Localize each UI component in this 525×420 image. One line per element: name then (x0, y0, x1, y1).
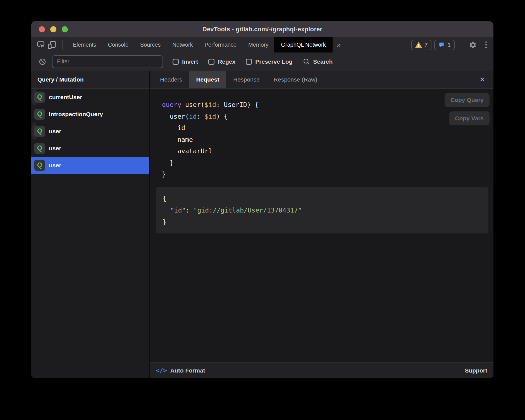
detail-panel: HeadersRequestResponseResponse (Raw) ✕ q… (150, 71, 493, 378)
sidebar-header: Query / Mutation (31, 71, 149, 89)
query-list-item-label: IntrospectionQuery (49, 111, 103, 118)
code-line: avatarUrl (162, 145, 493, 157)
checkbox-preserve-log[interactable]: Preserve Log (246, 58, 292, 65)
query-list-item-label: currentUser (49, 94, 82, 101)
code-line: id (162, 122, 493, 134)
detail-tab-request[interactable]: Request (189, 71, 226, 88)
more-options-kebab-icon[interactable] (484, 40, 488, 49)
warning-count: 7 (424, 42, 428, 48)
query-list-item[interactable]: Quser (31, 123, 37, 140)
checkbox-box-regex[interactable] (208, 59, 214, 65)
code-line: } (162, 169, 493, 180)
inspect-element-icon[interactable] (35, 39, 46, 51)
query-list: QcurrentUserQIntrospectionQueryQuserQuse… (31, 89, 149, 378)
detail-tab-response[interactable]: Response (226, 71, 267, 88)
code-line: query user($id: UserID) { (162, 99, 493, 111)
query-type-badge: Q (34, 160, 45, 171)
query-type-badge: Q (34, 126, 45, 137)
tab-memory[interactable]: Memory (242, 37, 274, 52)
code-line: user(id: $id) { (162, 111, 493, 123)
devtools-tab-bar: ElementsConsoleSourcesNetworkPerformance… (31, 37, 493, 52)
auto-format-icon: </> (156, 367, 167, 374)
tab-console[interactable]: Console (102, 37, 134, 52)
title-bar: DevTools - gitlab.com/-/graphql-explorer (31, 21, 493, 37)
tab-graphql-network[interactable]: GraphQL Network (274, 37, 332, 52)
block-filter-icon[interactable] (38, 57, 47, 66)
query-type-badge: Q (34, 143, 45, 154)
checkbox-label-invert: Invert (182, 58, 198, 65)
query-sidebar: Query / Mutation QcurrentUserQIntrospect… (31, 71, 149, 378)
device-toolbar-icon[interactable] (46, 39, 58, 51)
message-bubble-icon (438, 42, 445, 48)
query-list-item-label: user (49, 162, 61, 169)
checkbox-box-invert[interactable] (173, 59, 179, 65)
code-line: } (162, 157, 493, 169)
toolbar-divider (62, 40, 63, 50)
window-title: DevTools - gitlab.com/-/graphql-explorer (202, 26, 322, 33)
toolbar-divider (460, 40, 460, 50)
close-window-button[interactable] (39, 26, 45, 32)
checkbox-label-preserve-log: Preserve Log (255, 58, 292, 65)
search-icon (303, 58, 310, 65)
query-list-item[interactable]: Quser (31, 157, 149, 174)
query-type-badge: Q (34, 92, 45, 103)
tab-elements[interactable]: Elements (67, 37, 102, 52)
tab-sources[interactable]: Sources (134, 37, 166, 52)
detail-tab-headers[interactable]: Headers (153, 71, 189, 88)
tab-network[interactable]: Network (166, 37, 199, 52)
search-label: Search (313, 58, 333, 65)
copy-query-button[interactable]: Copy Query (445, 93, 490, 107)
footer-bar: </> Auto Format Support (150, 362, 493, 378)
code-line: } (163, 216, 482, 228)
sidebar-header-label: Query / Mutation (37, 76, 84, 83)
filter-checkboxes: InvertRegexPreserve Log (173, 58, 292, 65)
tab-performance[interactable]: Performance (199, 37, 243, 52)
issues-badge[interactable]: 1 (434, 40, 455, 50)
checkbox-box-preserve-log[interactable] (246, 59, 252, 65)
close-icon[interactable]: ✕ (478, 75, 487, 85)
copy-buttons: Copy Query Copy Vars (445, 93, 490, 125)
query-list-item-label: user (49, 145, 61, 152)
graphql-query-code: query user($id: UserID) { user(id: $id) … (150, 89, 493, 180)
checkbox-label-regex: Regex (218, 58, 235, 65)
filter-bar: InvertRegexPreserve Log Search (31, 52, 493, 71)
auto-format-button[interactable]: Auto Format (170, 367, 205, 374)
traffic-lights (39, 21, 68, 37)
issue-count: 1 (447, 42, 451, 48)
devtools-window: DevTools - gitlab.com/-/graphql-explorer… (31, 21, 493, 378)
checkbox-invert[interactable]: Invert (173, 58, 198, 65)
settings-gear-icon[interactable] (469, 41, 477, 49)
detail-tab-response-raw[interactable]: Response (Raw) (267, 71, 324, 88)
warning-triangle-icon (415, 42, 422, 48)
minimize-window-button[interactable] (50, 26, 56, 32)
query-variables-box: { "id": "gid://gitlab/User/13704317"} (156, 187, 488, 233)
filter-input[interactable] (52, 55, 163, 68)
support-link[interactable]: Support (465, 367, 487, 374)
query-list-item[interactable]: QcurrentUser (31, 89, 37, 106)
code-line: { (163, 193, 482, 204)
code-line: "id": "gid://gitlab/User/13704317" (163, 204, 482, 216)
request-content: query user($id: UserID) { user(id: $id) … (150, 89, 493, 362)
query-list-item[interactable]: QIntrospectionQuery (31, 106, 149, 123)
main-split: Query / Mutation QcurrentUserQIntrospect… (31, 71, 493, 378)
search-toggle[interactable]: Search (303, 58, 333, 65)
query-type-badge: Q (34, 109, 45, 120)
code-line: name (162, 134, 493, 146)
query-list-item-label: user (49, 128, 61, 135)
zoom-window-button[interactable] (62, 26, 68, 32)
detail-tab-strip: HeadersRequestResponseResponse (Raw) ✕ (150, 71, 493, 89)
copy-vars-button[interactable]: Copy Vars (449, 111, 490, 125)
panel-tabs: ElementsConsoleSourcesNetworkPerformance… (67, 37, 274, 52)
warnings-badge[interactable]: 7 (411, 40, 432, 50)
query-list-item[interactable]: Quser (31, 140, 149, 157)
more-tabs-icon[interactable]: » (333, 41, 345, 49)
checkbox-regex[interactable]: Regex (208, 58, 235, 65)
